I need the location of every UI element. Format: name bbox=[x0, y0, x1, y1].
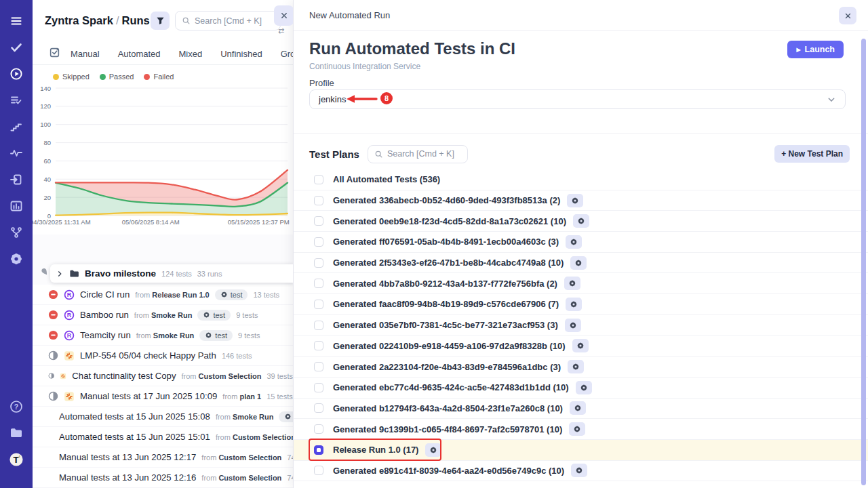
plan-settings-button[interactable] bbox=[566, 235, 582, 249]
plan-settings-button[interactable] bbox=[566, 298, 582, 311]
plan-checkbox[interactable] bbox=[314, 300, 323, 309]
plan-settings-button[interactable] bbox=[572, 339, 589, 352]
project-name[interactable]: Zyntra Spark bbox=[45, 14, 113, 26]
failed-status-icon bbox=[48, 330, 58, 340]
tab-manual[interactable]: Manual bbox=[71, 49, 100, 59]
tab-mixed[interactable]: Mixed bbox=[179, 49, 203, 59]
plan-checkbox[interactable] bbox=[314, 258, 323, 268]
run-row[interactable]: Chat functinality test Copy from Custom … bbox=[33, 366, 293, 386]
plans-search-input[interactable] bbox=[387, 149, 461, 159]
test-plan-row[interactable]: Release Run 1.0 (17) bbox=[294, 440, 868, 461]
branches-icon[interactable] bbox=[9, 225, 24, 240]
plan-settings-button[interactable] bbox=[571, 464, 587, 477]
test-plan-row[interactable]: Generated ebc77c4d-9635-424c-ac5e-427483… bbox=[294, 378, 868, 399]
test-plan-row[interactable]: Generated b12794f3-643a-4a2d-8504-23f1e7… bbox=[294, 399, 868, 420]
plan-checkbox[interactable] bbox=[314, 216, 323, 226]
run-row[interactable]: Circle CI run from Release Run 1.0 test … bbox=[33, 285, 293, 305]
test-badge[interactable]: test bbox=[279, 411, 293, 422]
new-test-plan-button[interactable]: + New Test Plan bbox=[774, 145, 850, 163]
settings-gear-icon[interactable] bbox=[9, 251, 24, 266]
launch-button[interactable]: ▶ Launch bbox=[787, 41, 844, 58]
chart-legend: SkippedPassedFailed bbox=[53, 73, 174, 81]
test-badge[interactable]: test bbox=[197, 310, 231, 321]
run-row[interactable]: Automated tests at 15 Jun 2025 15:08 fro… bbox=[33, 407, 293, 427]
manual-run-icon bbox=[64, 391, 75, 402]
filter-button[interactable] bbox=[151, 12, 170, 30]
plan-checkbox[interactable] bbox=[314, 466, 323, 475]
plan-checkbox[interactable] bbox=[314, 196, 323, 205]
plan-checkbox[interactable] bbox=[314, 279, 323, 288]
reports-icon[interactable] bbox=[9, 199, 24, 214]
run-name: Teamcity run bbox=[80, 330, 131, 340]
projects-folder-icon[interactable] bbox=[9, 426, 24, 441]
plan-settings-button[interactable] bbox=[564, 277, 580, 290]
plan-settings-button[interactable] bbox=[569, 422, 585, 436]
run-row[interactable]: Bamboo run from Smoke Run test 9 tests bbox=[33, 305, 293, 325]
select-runs-icon[interactable] bbox=[49, 47, 60, 58]
pin-icon[interactable] bbox=[40, 267, 50, 277]
runs-search-input[interactable] bbox=[195, 16, 274, 26]
plan-checkbox[interactable] bbox=[314, 175, 323, 184]
import-icon[interactable] bbox=[9, 172, 24, 187]
run-row[interactable]: Manual tests at 17 Jun 2025 10:09 from p… bbox=[33, 386, 293, 407]
tab-groups[interactable]: Groups bbox=[281, 49, 293, 59]
resize-icon[interactable]: ⇄ bbox=[278, 26, 284, 35]
plan-checkbox[interactable] bbox=[314, 403, 323, 413]
gear-icon bbox=[574, 259, 583, 267]
legend-skipped: Skipped bbox=[53, 73, 90, 81]
run-row[interactable]: Manual tests at 13 Jun 2025 12:16 from C… bbox=[33, 468, 293, 488]
tasks-check-icon[interactable] bbox=[9, 40, 24, 55]
plan-settings-button[interactable] bbox=[567, 194, 583, 207]
run-row[interactable]: LMP-554 05/04 check Happy Path 146 tests bbox=[33, 346, 293, 366]
panel-close-button[interactable] bbox=[274, 5, 293, 26]
plan-label: Generated 022410b9-e918-4459-a106-97d2a9… bbox=[333, 341, 566, 351]
plan-settings-button[interactable] bbox=[570, 256, 587, 270]
plan-checkbox[interactable] bbox=[314, 237, 323, 247]
test-plan-row[interactable]: Generated ff076591-05ab-4b4b-8491-1ecb00… bbox=[294, 232, 868, 253]
runs-play-icon[interactable] bbox=[9, 66, 24, 81]
tab-unfinished[interactable]: Unfinished bbox=[220, 49, 262, 59]
test-plan-row[interactable]: Generated 0eeb9e18-f23d-4cd5-82dd-8a1a73… bbox=[294, 211, 868, 232]
drawer-close-button[interactable] bbox=[839, 7, 856, 24]
plan-checkbox[interactable] bbox=[314, 362, 323, 371]
test-plan-row[interactable]: Generated 035e7bf0-7381-4c5c-be77-321e73… bbox=[294, 315, 868, 336]
drawer-scrollbar[interactable] bbox=[861, 39, 866, 485]
test-plan-row[interactable]: Generated 4bb7a8b0-9212-43a4-b137-f772fe… bbox=[294, 273, 868, 294]
plan-checkbox[interactable] bbox=[314, 383, 323, 392]
plan-settings-button[interactable] bbox=[573, 214, 589, 228]
plan-checkbox[interactable] bbox=[314, 445, 323, 455]
test-badge[interactable]: test bbox=[199, 330, 233, 341]
test-plan-row[interactable]: Generated 022410b9-e918-4459-a106-97d2a9… bbox=[294, 336, 868, 357]
app-logo[interactable]: T bbox=[9, 452, 24, 467]
chevron-right-icon[interactable] bbox=[56, 270, 64, 278]
test-badge[interactable]: test bbox=[215, 289, 248, 300]
test-plan-row[interactable]: Generated 2a223104-f20e-4b43-83d9-e78459… bbox=[294, 357, 868, 378]
plan-settings-button[interactable] bbox=[425, 443, 441, 457]
milestone-group-row[interactable]: Bravo milestone 124 tests 33 runs bbox=[50, 264, 293, 283]
test-plan-row[interactable]: All Automated Tests (536) bbox=[294, 169, 868, 190]
plan-checkbox[interactable] bbox=[314, 341, 323, 350]
tab-automated[interactable]: Automated bbox=[118, 49, 161, 59]
svg-text:?: ? bbox=[14, 403, 18, 411]
plan-checkbox[interactable] bbox=[314, 321, 323, 330]
menu-icon[interactable] bbox=[9, 14, 24, 28]
plan-label: Generated b12794f3-643a-4a2d-8504-23f1e7… bbox=[333, 403, 563, 413]
run-row[interactable]: Automated tests at 15 Jun 2025 15:01 fro… bbox=[33, 427, 293, 447]
test-plan-row[interactable]: Generated e891c41f-8039-4e64-aa24-e0d56e… bbox=[294, 461, 868, 482]
test-plan-row[interactable]: Generated 9c1399b1-c065-4f84-8697-7af2c5… bbox=[294, 419, 868, 440]
breadcrumb: Zyntra Spark/Runs bbox=[45, 14, 150, 27]
test-plan-row[interactable]: Generated 336abecb-0b52-4d60-9ded-493f3f… bbox=[294, 190, 868, 211]
help-icon[interactable]: ? bbox=[9, 399, 24, 414]
run-row[interactable]: Teamcity run from Smoke Run test 9 tests bbox=[33, 325, 293, 346]
plan-settings-button[interactable] bbox=[565, 319, 581, 332]
pulse-icon[interactable] bbox=[9, 146, 24, 161]
test-plan-row[interactable]: Generated faac8f09-94b8-4b19-89d9-c576cd… bbox=[294, 294, 868, 315]
run-row[interactable]: Manual tests at 13 Jun 2025 12:17 from C… bbox=[33, 447, 293, 468]
plan-settings-button[interactable] bbox=[568, 360, 584, 373]
test-plan-row[interactable]: Generated 2f5343e3-ef26-47b1-be8b-44cabc… bbox=[294, 253, 868, 274]
plan-settings-button[interactable] bbox=[570, 401, 586, 415]
plan-settings-button[interactable] bbox=[576, 381, 592, 394]
test-plans-icon[interactable] bbox=[9, 93, 24, 108]
plan-checkbox[interactable] bbox=[314, 424, 323, 434]
steps-icon[interactable] bbox=[9, 119, 24, 134]
